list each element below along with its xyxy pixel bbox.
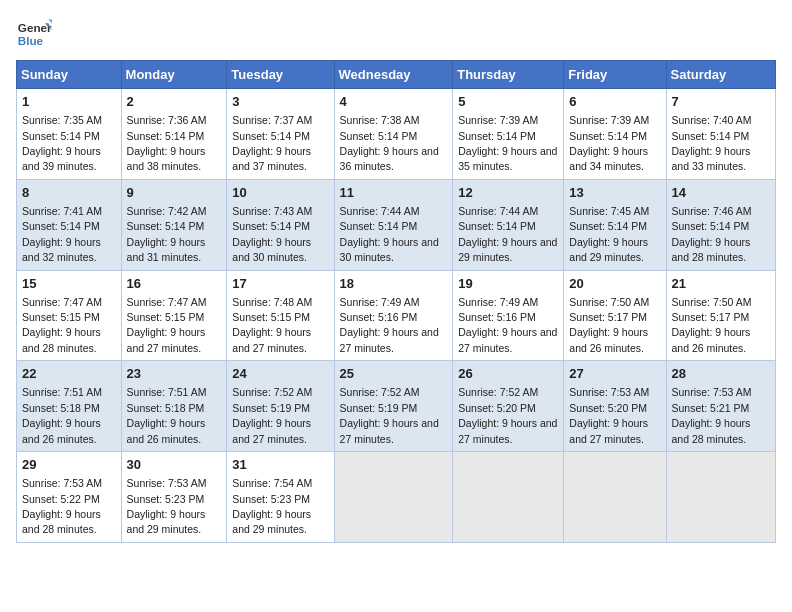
header-cell-tuesday: Tuesday [227, 61, 334, 89]
calendar-cell [564, 452, 666, 543]
calendar-cell: 1 Sunrise: 7:35 AMSunset: 5:14 PMDayligh… [17, 89, 122, 180]
day-number: 24 [232, 365, 328, 383]
day-info: Sunrise: 7:51 AMSunset: 5:18 PMDaylight:… [22, 386, 102, 444]
day-number: 9 [127, 184, 222, 202]
day-info: Sunrise: 7:46 AMSunset: 5:14 PMDaylight:… [672, 205, 752, 263]
calendar-cell: 23 Sunrise: 7:51 AMSunset: 5:18 PMDaylig… [121, 361, 227, 452]
day-number: 5 [458, 93, 558, 111]
day-info: Sunrise: 7:53 AMSunset: 5:20 PMDaylight:… [569, 386, 649, 444]
day-number: 30 [127, 456, 222, 474]
day-info: Sunrise: 7:45 AMSunset: 5:14 PMDaylight:… [569, 205, 649, 263]
day-info: Sunrise: 7:49 AMSunset: 5:16 PMDaylight:… [340, 296, 439, 354]
calendar-cell: 17 Sunrise: 7:48 AMSunset: 5:15 PMDaylig… [227, 270, 334, 361]
day-info: Sunrise: 7:50 AMSunset: 5:17 PMDaylight:… [672, 296, 752, 354]
calendar-cell: 5 Sunrise: 7:39 AMSunset: 5:14 PMDayligh… [453, 89, 564, 180]
calendar-cell: 31 Sunrise: 7:54 AMSunset: 5:23 PMDaylig… [227, 452, 334, 543]
day-info: Sunrise: 7:44 AMSunset: 5:14 PMDaylight:… [458, 205, 557, 263]
day-info: Sunrise: 7:36 AMSunset: 5:14 PMDaylight:… [127, 114, 207, 172]
day-number: 27 [569, 365, 660, 383]
day-number: 7 [672, 93, 770, 111]
calendar-cell [453, 452, 564, 543]
calendar-cell: 7 Sunrise: 7:40 AMSunset: 5:14 PMDayligh… [666, 89, 775, 180]
svg-text:General: General [18, 21, 52, 34]
calendar-cell: 30 Sunrise: 7:53 AMSunset: 5:23 PMDaylig… [121, 452, 227, 543]
day-number: 31 [232, 456, 328, 474]
calendar-cell: 29 Sunrise: 7:53 AMSunset: 5:22 PMDaylig… [17, 452, 122, 543]
calendar-table: SundayMondayTuesdayWednesdayThursdayFrid… [16, 60, 776, 543]
calendar-week-row: 1 Sunrise: 7:35 AMSunset: 5:14 PMDayligh… [17, 89, 776, 180]
calendar-week-row: 22 Sunrise: 7:51 AMSunset: 5:18 PMDaylig… [17, 361, 776, 452]
header-cell-sunday: Sunday [17, 61, 122, 89]
day-number: 20 [569, 275, 660, 293]
day-number: 25 [340, 365, 448, 383]
day-info: Sunrise: 7:35 AMSunset: 5:14 PMDaylight:… [22, 114, 102, 172]
calendar-week-row: 15 Sunrise: 7:47 AMSunset: 5:15 PMDaylig… [17, 270, 776, 361]
day-number: 14 [672, 184, 770, 202]
day-number: 16 [127, 275, 222, 293]
day-info: Sunrise: 7:53 AMSunset: 5:23 PMDaylight:… [127, 477, 207, 535]
day-number: 21 [672, 275, 770, 293]
calendar-cell: 14 Sunrise: 7:46 AMSunset: 5:14 PMDaylig… [666, 179, 775, 270]
calendar-cell [666, 452, 775, 543]
day-number: 15 [22, 275, 116, 293]
day-info: Sunrise: 7:52 AMSunset: 5:20 PMDaylight:… [458, 386, 557, 444]
calendar-cell: 11 Sunrise: 7:44 AMSunset: 5:14 PMDaylig… [334, 179, 453, 270]
svg-text:Blue: Blue [18, 34, 44, 47]
day-number: 8 [22, 184, 116, 202]
day-info: Sunrise: 7:51 AMSunset: 5:18 PMDaylight:… [127, 386, 207, 444]
day-info: Sunrise: 7:48 AMSunset: 5:15 PMDaylight:… [232, 296, 312, 354]
header-cell-saturday: Saturday [666, 61, 775, 89]
calendar-cell: 16 Sunrise: 7:47 AMSunset: 5:15 PMDaylig… [121, 270, 227, 361]
header-cell-friday: Friday [564, 61, 666, 89]
calendar-cell: 13 Sunrise: 7:45 AMSunset: 5:14 PMDaylig… [564, 179, 666, 270]
header-cell-wednesday: Wednesday [334, 61, 453, 89]
day-number: 26 [458, 365, 558, 383]
header: General Blue [16, 16, 776, 52]
day-number: 12 [458, 184, 558, 202]
calendar-cell: 25 Sunrise: 7:52 AMSunset: 5:19 PMDaylig… [334, 361, 453, 452]
day-info: Sunrise: 7:42 AMSunset: 5:14 PMDaylight:… [127, 205, 207, 263]
day-info: Sunrise: 7:38 AMSunset: 5:14 PMDaylight:… [340, 114, 439, 172]
day-info: Sunrise: 7:43 AMSunset: 5:14 PMDaylight:… [232, 205, 312, 263]
day-info: Sunrise: 7:53 AMSunset: 5:21 PMDaylight:… [672, 386, 752, 444]
day-info: Sunrise: 7:47 AMSunset: 5:15 PMDaylight:… [127, 296, 207, 354]
logo: General Blue [16, 16, 56, 52]
calendar-week-row: 8 Sunrise: 7:41 AMSunset: 5:14 PMDayligh… [17, 179, 776, 270]
calendar-cell: 12 Sunrise: 7:44 AMSunset: 5:14 PMDaylig… [453, 179, 564, 270]
calendar-cell: 15 Sunrise: 7:47 AMSunset: 5:15 PMDaylig… [17, 270, 122, 361]
day-number: 17 [232, 275, 328, 293]
header-cell-thursday: Thursday [453, 61, 564, 89]
calendar-cell: 6 Sunrise: 7:39 AMSunset: 5:14 PMDayligh… [564, 89, 666, 180]
calendar-cell: 21 Sunrise: 7:50 AMSunset: 5:17 PMDaylig… [666, 270, 775, 361]
day-info: Sunrise: 7:54 AMSunset: 5:23 PMDaylight:… [232, 477, 312, 535]
day-number: 28 [672, 365, 770, 383]
day-info: Sunrise: 7:37 AMSunset: 5:14 PMDaylight:… [232, 114, 312, 172]
calendar-cell: 8 Sunrise: 7:41 AMSunset: 5:14 PMDayligh… [17, 179, 122, 270]
calendar-cell: 2 Sunrise: 7:36 AMSunset: 5:14 PMDayligh… [121, 89, 227, 180]
day-info: Sunrise: 7:53 AMSunset: 5:22 PMDaylight:… [22, 477, 102, 535]
day-number: 18 [340, 275, 448, 293]
day-info: Sunrise: 7:47 AMSunset: 5:15 PMDaylight:… [22, 296, 102, 354]
calendar-cell: 24 Sunrise: 7:52 AMSunset: 5:19 PMDaylig… [227, 361, 334, 452]
day-info: Sunrise: 7:44 AMSunset: 5:14 PMDaylight:… [340, 205, 439, 263]
day-number: 19 [458, 275, 558, 293]
day-number: 10 [232, 184, 328, 202]
calendar-cell: 26 Sunrise: 7:52 AMSunset: 5:20 PMDaylig… [453, 361, 564, 452]
calendar-cell: 10 Sunrise: 7:43 AMSunset: 5:14 PMDaylig… [227, 179, 334, 270]
day-number: 11 [340, 184, 448, 202]
calendar-cell: 19 Sunrise: 7:49 AMSunset: 5:16 PMDaylig… [453, 270, 564, 361]
day-number: 13 [569, 184, 660, 202]
calendar-cell: 27 Sunrise: 7:53 AMSunset: 5:20 PMDaylig… [564, 361, 666, 452]
day-number: 23 [127, 365, 222, 383]
day-number: 29 [22, 456, 116, 474]
day-number: 4 [340, 93, 448, 111]
day-info: Sunrise: 7:49 AMSunset: 5:16 PMDaylight:… [458, 296, 557, 354]
calendar-cell: 20 Sunrise: 7:50 AMSunset: 5:17 PMDaylig… [564, 270, 666, 361]
calendar-week-row: 29 Sunrise: 7:53 AMSunset: 5:22 PMDaylig… [17, 452, 776, 543]
day-info: Sunrise: 7:52 AMSunset: 5:19 PMDaylight:… [340, 386, 439, 444]
calendar-cell: 9 Sunrise: 7:42 AMSunset: 5:14 PMDayligh… [121, 179, 227, 270]
day-info: Sunrise: 7:39 AMSunset: 5:14 PMDaylight:… [458, 114, 557, 172]
day-number: 1 [22, 93, 116, 111]
calendar-cell: 3 Sunrise: 7:37 AMSunset: 5:14 PMDayligh… [227, 89, 334, 180]
calendar-cell: 28 Sunrise: 7:53 AMSunset: 5:21 PMDaylig… [666, 361, 775, 452]
